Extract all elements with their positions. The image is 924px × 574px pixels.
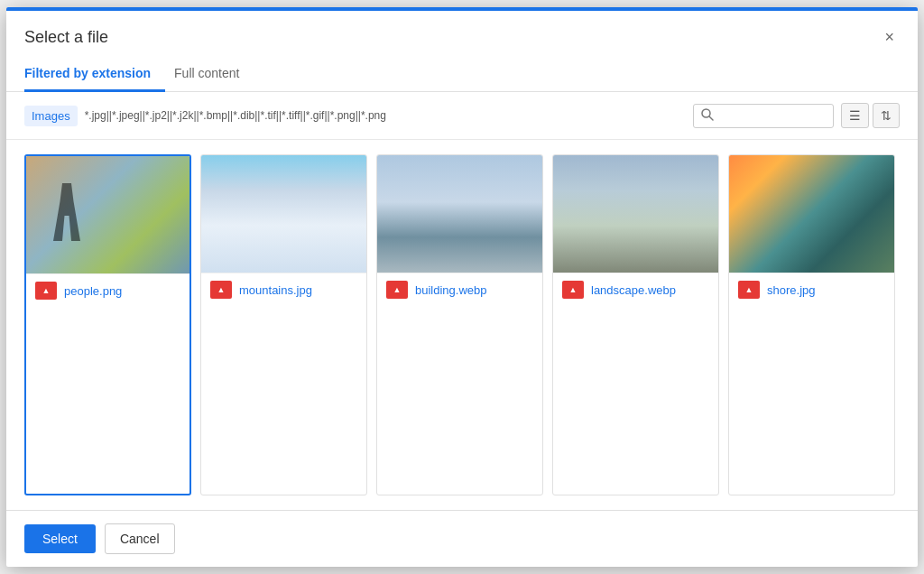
file-name-building: building.webp	[415, 283, 487, 297]
sort-view-button[interactable]: ⇅	[873, 103, 900, 128]
search-input[interactable]	[717, 109, 826, 123]
dialog-title: Select a file	[24, 28, 108, 47]
search-box[interactable]	[693, 104, 834, 128]
view-controls: ☰ ⇅	[841, 103, 900, 128]
file-info-people: people.png	[26, 273, 189, 307]
select-button[interactable]: Select	[24, 524, 96, 553]
file-info-building: building.webp	[377, 273, 542, 306]
file-card-people[interactable]: people.png	[24, 154, 191, 495]
list-view-button[interactable]: ☰	[841, 103, 869, 128]
file-info-landscape: landscape.webp	[553, 273, 718, 306]
tab-filtered-by-extension[interactable]: Filtered by extension	[24, 57, 165, 92]
search-icon	[701, 108, 714, 124]
close-button[interactable]: ×	[879, 27, 900, 47]
file-info-mountains: mountains.jpg	[201, 273, 366, 306]
file-type-icon-mountains	[210, 281, 232, 299]
tab-bar: Filtered by extension Full content	[6, 56, 918, 92]
file-card-shore[interactable]: shore.jpg	[728, 154, 895, 495]
list-icon: ☰	[849, 108, 861, 123]
files-grid: people.png mountains.jpg building.webp l…	[6, 140, 918, 510]
file-type-icon-shore	[738, 281, 760, 299]
tab-full-content[interactable]: Full content	[174, 57, 254, 92]
file-thumbnail-mountains	[201, 155, 366, 273]
filter-extensions-text: *.jpg||*.jpeg||*.jp2||*.j2k||*.bmp||*.di…	[85, 109, 686, 122]
svg-line-1	[709, 116, 713, 120]
file-card-landscape[interactable]: landscape.webp	[552, 154, 719, 495]
file-type-icon-people	[35, 282, 57, 300]
dialog-header: Select a file ×	[6, 11, 918, 47]
cancel-button[interactable]: Cancel	[105, 523, 175, 554]
sort-icon: ⇅	[881, 108, 892, 123]
file-name-landscape: landscape.webp	[591, 283, 676, 297]
file-card-building[interactable]: building.webp	[376, 154, 543, 495]
file-thumbnail-people	[26, 156, 189, 273]
file-type-icon-landscape	[562, 281, 584, 299]
file-select-dialog: Select a file × Filtered by extension Fu…	[6, 7, 918, 567]
filter-type-label: Images	[24, 106, 78, 126]
people-silhouette	[44, 183, 89, 255]
file-info-shore: shore.jpg	[729, 273, 894, 306]
file-thumbnail-building	[377, 155, 542, 273]
filter-bar: Images *.jpg||*.jpeg||*.jp2||*.j2k||*.bm…	[6, 92, 918, 140]
dialog-footer: Select Cancel	[6, 510, 918, 567]
file-thumbnail-shore	[729, 155, 894, 273]
file-name-mountains: mountains.jpg	[239, 283, 312, 297]
file-name-people: people.png	[64, 284, 122, 298]
file-thumbnail-landscape	[553, 155, 718, 273]
file-name-shore: shore.jpg	[767, 283, 815, 297]
file-type-icon-building	[386, 281, 408, 299]
file-card-mountains[interactable]: mountains.jpg	[200, 154, 367, 495]
